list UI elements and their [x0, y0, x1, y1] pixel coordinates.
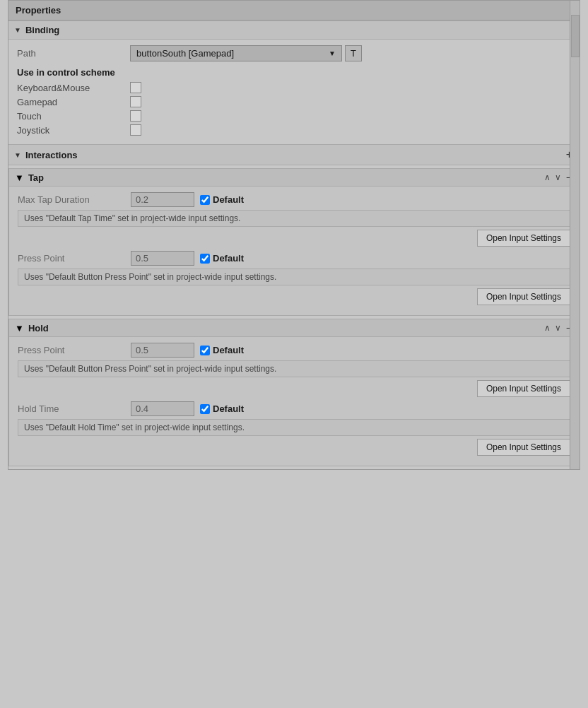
tap-move-down-button[interactable]: ∨ [554, 172, 562, 182]
binding-section-content: Path buttonSouth [Gamepad] ▼ T Use in co… [8, 40, 580, 144]
tap-collapse-icon: ▼ [15, 172, 24, 183]
binding-section: ▼ Binding Path buttonSouth [Gamepad] ▼ T… [8, 20, 580, 144]
tap-section-header: ▼ Tap ∧ ∨ − [9, 169, 579, 187]
max-tap-duration-open-settings[interactable]: Open Input Settings [477, 230, 570, 247]
scrollbar-thumb[interactable] [571, 15, 580, 57]
tap-press-point-label: Press Point [18, 253, 131, 264]
tap-section-title: Tap [28, 172, 539, 183]
interactions-collapse-icon: ▼ [14, 151, 21, 159]
hold-time-input[interactable] [131, 401, 194, 416]
hold-press-point-open-settings[interactable]: Open Input Settings [477, 380, 570, 397]
binding-section-header[interactable]: ▼ Binding [8, 20, 580, 40]
scrollbar[interactable] [570, 1, 580, 469]
scheme-keyboard-mouse-label: Keyboard&Mouse [17, 83, 130, 93]
t-button[interactable]: T [345, 45, 362, 61]
tap-nav-actions: ∧ ∨ − [543, 172, 573, 183]
hold-section-content: Press Point Default Uses "Default Button… [9, 337, 579, 466]
tap-section: ▼ Tap ∧ ∨ − Max Tap Duration Default [8, 168, 580, 316]
tap-press-point-info: Uses "Default Button Press Point" set in… [18, 269, 570, 285]
max-tap-duration-default: Default [200, 194, 244, 205]
hold-section-header: ▼ Hold ∧ ∨ − [9, 319, 579, 337]
hold-nav-actions: ∧ ∨ − [543, 322, 573, 334]
max-tap-duration-label: Max Tap Duration [18, 194, 131, 205]
hold-time-default-label: Default [213, 403, 244, 414]
hold-section: ▼ Hold ∧ ∨ − Press Point Default [8, 319, 580, 466]
hold-press-point-checkbox[interactable] [200, 346, 210, 355]
scheme-joystick-label: Joystick [17, 125, 130, 136]
scheme-touch-label: Touch [17, 111, 130, 122]
tap-press-point-default: Default [200, 253, 244, 264]
tap-move-up-button[interactable]: ∧ [543, 172, 551, 182]
path-dropdown-container: buttonSouth [Gamepad] ▼ T [130, 45, 571, 61]
interactions-section-header[interactable]: ▼ Interactions + [8, 144, 580, 165]
tap-press-point-default-label: Default [213, 253, 244, 264]
path-dropdown[interactable]: buttonSouth [Gamepad] ▼ [130, 45, 342, 61]
tap-press-point-row: Press Point Default [18, 251, 570, 266]
scheme-gamepad-row: Gamepad [17, 96, 571, 107]
properties-panel: Properties ▼ Binding Path buttonSouth [G… [8, 0, 580, 470]
scheme-keyboard-mouse-row: Keyboard&Mouse [17, 82, 571, 93]
panel-title: Properties [8, 1, 580, 20]
hold-time-info: Uses "Default Hold Time" set in project-… [18, 419, 570, 436]
tap-press-point-input[interactable] [131, 251, 194, 266]
hold-move-up-button[interactable]: ∧ [543, 323, 551, 333]
hold-press-point-default: Default [200, 345, 244, 355]
hold-press-point-info: Uses "Default Button Press Point" set in… [18, 360, 570, 377]
hold-time-open-settings[interactable]: Open Input Settings [477, 439, 570, 456]
path-dropdown-value: buttonSouth [Gamepad] [136, 48, 234, 59]
path-label: Path [17, 48, 130, 59]
hold-press-point-label: Press Point [18, 345, 131, 355]
hold-time-checkbox[interactable] [200, 404, 210, 414]
hold-section-title: Hold [28, 323, 539, 334]
tap-press-point-open-settings[interactable]: Open Input Settings [477, 288, 570, 305]
max-tap-duration-info: Uses "Default Tap Time" set in project-w… [18, 210, 570, 227]
interactions-section: ▼ Interactions + ▼ Tap ∧ ∨ − Max Tap Dur… [8, 144, 580, 466]
path-row: Path buttonSouth [Gamepad] ▼ T [17, 45, 571, 61]
hold-time-default: Default [200, 403, 244, 414]
hold-time-row: Hold Time Default [18, 401, 570, 416]
scheme-touch-checkbox[interactable] [130, 110, 141, 122]
max-tap-duration-checkbox[interactable] [200, 195, 210, 205]
hold-press-point-default-label: Default [213, 345, 244, 355]
scheme-joystick-checkbox[interactable] [130, 124, 141, 136]
use-in-control-scheme-label: Use in control scheme [17, 67, 571, 78]
hold-move-down-button[interactable]: ∨ [554, 323, 562, 333]
scheme-joystick-row: Joystick [17, 124, 571, 136]
scheme-touch-row: Touch [17, 110, 571, 122]
hold-time-label: Hold Time [18, 403, 131, 414]
binding-section-title: Binding [25, 25, 574, 35]
max-tap-duration-row: Max Tap Duration Default [18, 192, 570, 207]
max-tap-duration-input[interactable] [131, 192, 194, 207]
tap-section-content: Max Tap Duration Default Uses "Default T… [9, 187, 579, 315]
tap-press-point-checkbox[interactable] [200, 254, 210, 264]
hold-collapse-icon: ▼ [15, 323, 24, 334]
scheme-gamepad-label: Gamepad [17, 97, 130, 107]
scheme-keyboard-mouse-checkbox[interactable] [130, 82, 141, 93]
interactions-section-title: Interactions [25, 150, 560, 160]
hold-press-point-input[interactable] [131, 343, 194, 358]
dropdown-arrow-icon: ▼ [329, 49, 336, 57]
hold-press-point-row: Press Point Default [18, 343, 570, 358]
binding-collapse-icon: ▼ [14, 26, 21, 34]
scheme-gamepad-checkbox[interactable] [130, 96, 141, 107]
max-tap-duration-default-label: Default [213, 194, 244, 205]
